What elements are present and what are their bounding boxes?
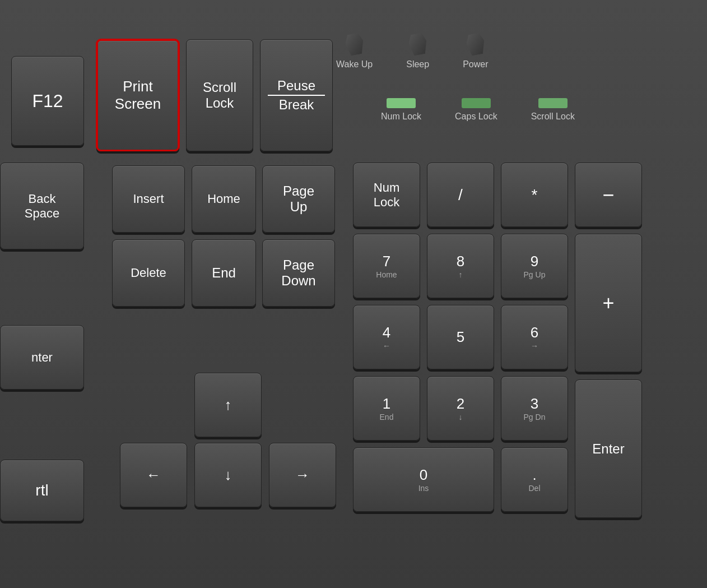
backspace-line2: Space bbox=[25, 206, 59, 221]
wake-up-group: Wake Up bbox=[336, 34, 373, 70]
page-down-key[interactable]: Page Down bbox=[262, 239, 335, 307]
np-1-sub: End bbox=[380, 413, 394, 422]
home-key[interactable]: Home bbox=[192, 165, 256, 233]
numpad-0-key[interactable]: 0 Ins bbox=[353, 447, 494, 512]
wake-up-label: Wake Up bbox=[336, 59, 373, 70]
sleep-group: Sleep bbox=[406, 34, 429, 70]
np-2-sub: ↓ bbox=[459, 413, 463, 422]
page-up-key[interactable]: Page Up bbox=[262, 165, 335, 233]
numlock-label: Num Lock bbox=[381, 112, 421, 122]
indicators-area: Wake Up Sleep Power bbox=[336, 34, 488, 70]
led-row: Num Lock Caps Lock Scroll Lock bbox=[381, 98, 575, 122]
np-4-main: 4 bbox=[383, 324, 390, 341]
np-5-main: 5 bbox=[457, 328, 464, 346]
pause-line2: Break bbox=[279, 97, 314, 113]
numpad-dot-key[interactable]: . Del bbox=[501, 447, 568, 512]
pagedown-line2: Down bbox=[281, 273, 315, 289]
scrolllock-ind-label: Scroll Lock bbox=[531, 112, 575, 122]
numpad-4-key[interactable]: 4 ← bbox=[353, 305, 420, 369]
backspace-key[interactable]: Back Space bbox=[0, 163, 84, 249]
power-group: Power bbox=[463, 34, 488, 70]
numlock-led bbox=[387, 98, 416, 108]
arrow-left-key[interactable]: ← bbox=[120, 443, 187, 507]
insert-key[interactable]: Insert bbox=[112, 165, 185, 233]
arrow-up-key[interactable]: ↑ bbox=[194, 373, 262, 437]
pageup-line1: Page bbox=[283, 183, 314, 199]
numpad-5-key[interactable]: 5 bbox=[427, 305, 494, 369]
np-9-main: 9 bbox=[531, 253, 538, 270]
np-7-main: 7 bbox=[383, 253, 390, 270]
ctrl-partial-key[interactable]: rtl bbox=[0, 460, 84, 521]
scroll-lock-line2: Lock bbox=[206, 95, 234, 111]
np-dot-sub: Del bbox=[528, 484, 540, 493]
arrow-down-key[interactable]: ↓ bbox=[194, 443, 262, 507]
np-0-main: 0 bbox=[420, 466, 427, 484]
numpad-7-key[interactable]: 7 Home bbox=[353, 234, 420, 298]
end-key[interactable]: End bbox=[192, 239, 256, 307]
numpad-plus-key[interactable]: + bbox=[575, 234, 642, 372]
capslock-indicator: Caps Lock bbox=[455, 98, 497, 122]
power-label: Power bbox=[463, 59, 488, 70]
wake-up-icon bbox=[344, 33, 365, 57]
scrolllock-indicator: Scroll Lock bbox=[531, 98, 575, 122]
f12-key[interactable]: F12 bbox=[11, 56, 84, 146]
backspace-line1: Back bbox=[29, 192, 56, 206]
np-6-main: 6 bbox=[531, 324, 538, 341]
np-numlock-line2: Lock bbox=[374, 195, 399, 210]
numpad-minus-key[interactable]: − bbox=[575, 163, 642, 227]
numpad-star-key[interactable]: * bbox=[501, 163, 568, 227]
np-numlock-line1: Num bbox=[374, 180, 399, 195]
delete-key[interactable]: Delete bbox=[112, 239, 185, 307]
sleep-label: Sleep bbox=[406, 59, 429, 70]
scrolllock-led bbox=[538, 98, 568, 108]
np-4-sub: ← bbox=[383, 341, 390, 350]
np-2-main: 2 bbox=[457, 395, 464, 413]
numpad-numlock-key[interactable]: Num Lock bbox=[353, 163, 420, 227]
np-dot-main: . bbox=[532, 466, 536, 484]
pagedown-line1: Page bbox=[283, 257, 314, 273]
scroll-lock-key[interactable]: Scroll Lock bbox=[186, 39, 253, 151]
capslock-label: Caps Lock bbox=[455, 112, 497, 122]
np-8-main: 8 bbox=[457, 253, 464, 270]
pageup-line2: Up bbox=[290, 199, 308, 215]
numpad-2-key[interactable]: 2 ↓ bbox=[427, 376, 494, 441]
np-0-sub: Ins bbox=[418, 484, 429, 493]
scroll-lock-line1: Scroll bbox=[203, 80, 236, 95]
numpad-6-key[interactable]: 6 → bbox=[501, 305, 568, 369]
print-screen-line2: Screen bbox=[115, 95, 161, 113]
arrow-right-key[interactable]: → bbox=[269, 443, 336, 507]
keyboard-container: F12 Print Screen Scroll Lock Peuse Break… bbox=[0, 0, 707, 588]
numpad-enter-key[interactable]: Enter bbox=[575, 379, 642, 518]
numpad-8-key[interactable]: 8 ↑ bbox=[427, 234, 494, 298]
power-icon bbox=[465, 33, 486, 57]
pause-line1: Peuse bbox=[277, 78, 315, 94]
np-8-sub: ↑ bbox=[459, 270, 463, 279]
enter-partial-key[interactable]: nter bbox=[0, 325, 84, 390]
numpad-3-key[interactable]: 3 Pg Dn bbox=[501, 376, 568, 441]
np-6-sub: → bbox=[531, 341, 538, 350]
pause-key[interactable]: Peuse Break bbox=[260, 39, 333, 151]
numpad-1-key[interactable]: 1 End bbox=[353, 376, 420, 441]
numlock-indicator: Num Lock bbox=[381, 98, 421, 122]
pause-underline bbox=[268, 95, 325, 96]
np-3-sub: Pg Dn bbox=[524, 413, 546, 422]
print-screen-key[interactable]: Print Screen bbox=[96, 39, 179, 151]
print-screen-line1: Print bbox=[123, 78, 152, 95]
numpad-9-key[interactable]: 9 Pg Up bbox=[501, 234, 568, 298]
sleep-icon bbox=[407, 33, 429, 57]
np-9-sub: Pg Up bbox=[524, 270, 546, 279]
numpad-slash-key[interactable]: / bbox=[427, 163, 494, 227]
np-3-main: 3 bbox=[531, 395, 538, 413]
np-7-sub: Home bbox=[376, 270, 397, 279]
np-1-main: 1 bbox=[383, 395, 390, 413]
capslock-led bbox=[462, 98, 491, 108]
